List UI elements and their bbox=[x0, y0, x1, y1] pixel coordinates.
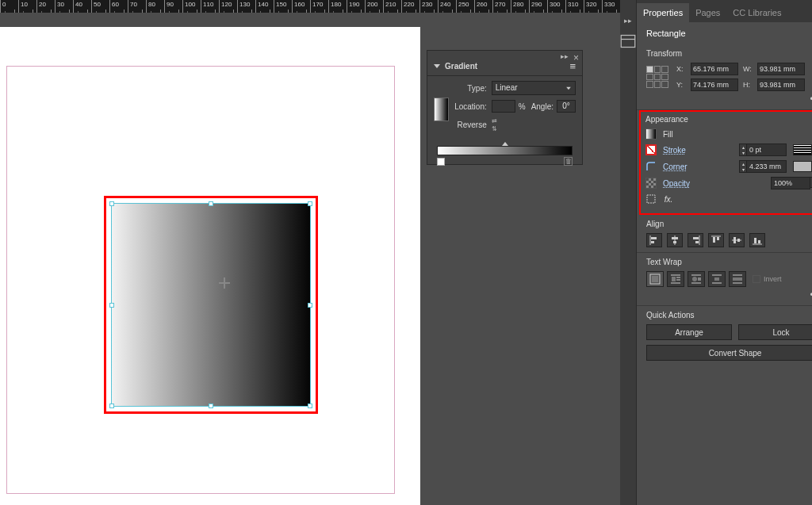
wrap-none-button[interactable] bbox=[646, 271, 664, 287]
svg-rect-33 bbox=[714, 277, 719, 281]
type-label: Type: bbox=[452, 84, 487, 93]
svg-point-28 bbox=[692, 277, 697, 281]
transform-section: Transform X: 65.176 mm W: 93.981 mm Y: 7… bbox=[637, 44, 812, 110]
wrap-jump-button[interactable] bbox=[708, 271, 726, 287]
opacity-input[interactable]: 100% bbox=[771, 177, 810, 189]
location-label: Location: bbox=[452, 102, 487, 111]
svg-rect-23 bbox=[672, 277, 676, 281]
svg-rect-22 bbox=[652, 276, 658, 282]
stroke-swatch-icon[interactable] bbox=[645, 144, 657, 155]
canvas-area[interactable] bbox=[0, 13, 420, 505]
svg-rect-13 bbox=[713, 237, 715, 243]
align-vcenter-button[interactable] bbox=[729, 233, 745, 247]
arrange-button[interactable]: Arrange bbox=[646, 324, 732, 340]
fill-swatch-icon[interactable] bbox=[645, 128, 657, 140]
angle-input[interactable]: 0° bbox=[557, 100, 576, 113]
document-page[interactable] bbox=[0, 27, 420, 505]
gradient-preview-swatch[interactable] bbox=[434, 98, 449, 121]
dock-double-arrow-icon[interactable]: ▸▸ bbox=[620, 14, 636, 27]
panel-collapse-icon[interactable]: ▸▸ bbox=[561, 52, 569, 63]
svg-rect-7 bbox=[672, 237, 678, 239]
svg-rect-20 bbox=[758, 240, 760, 243]
tab-pages[interactable]: Pages bbox=[689, 3, 726, 22]
convert-shape-button[interactable]: Convert Shape bbox=[646, 345, 812, 361]
svg-rect-4 bbox=[651, 237, 657, 239]
delete-stop-icon[interactable]: 🗑 bbox=[564, 157, 573, 166]
svg-rect-36 bbox=[733, 277, 742, 281]
gradient-stop-left[interactable] bbox=[437, 158, 445, 166]
svg-rect-0 bbox=[621, 36, 635, 48]
y-label: Y: bbox=[676, 81, 686, 89]
align-top-button[interactable] bbox=[708, 233, 724, 247]
resize-handle-br[interactable] bbox=[308, 404, 312, 408]
percent-label: % bbox=[519, 102, 526, 111]
gradient-panel[interactable]: ▸▸ × Gradient ≡ Type: Linear Location: bbox=[427, 50, 583, 165]
resize-handle-tc[interactable] bbox=[209, 201, 213, 206]
panel-close-icon[interactable]: × bbox=[573, 52, 579, 63]
gradient-ramp[interactable] bbox=[437, 146, 573, 155]
wrap-more-icon[interactable]: ••• bbox=[646, 289, 812, 300]
properties-panel: Properties Pages CC Libraries Rectangle … bbox=[637, 0, 812, 505]
resize-handle-tl[interactable] bbox=[109, 201, 114, 206]
selected-rectangle-shape[interactable] bbox=[111, 203, 311, 407]
fx-icon[interactable]: fx. bbox=[663, 193, 674, 205]
tab-cc-libraries[interactable]: CC Libraries bbox=[726, 3, 787, 22]
resize-handle-tr[interactable] bbox=[308, 201, 312, 206]
h-input[interactable]: 93.981 mm bbox=[757, 78, 805, 91]
dock-properties-icon[interactable] bbox=[620, 35, 636, 48]
align-bottom-button[interactable] bbox=[749, 233, 765, 247]
x-input[interactable]: 65.176 mm bbox=[691, 63, 738, 75]
selected-object-type: Rectangle bbox=[637, 22, 812, 44]
panel-disclosure-icon[interactable] bbox=[434, 64, 440, 68]
text-wrap-title: Text Wrap bbox=[646, 258, 812, 266]
reverse-gradient-button[interactable]: ⇄⇅ bbox=[492, 117, 497, 132]
lock-button[interactable]: Lock bbox=[738, 324, 812, 340]
transform-more-icon[interactable]: ••• bbox=[646, 94, 812, 105]
checkbox-icon[interactable] bbox=[753, 275, 760, 283]
svg-rect-5 bbox=[651, 241, 654, 243]
align-left-button[interactable] bbox=[646, 233, 662, 247]
gradient-panel-title: Gradient bbox=[445, 62, 477, 71]
svg-rect-8 bbox=[673, 241, 676, 243]
wrap-shape-button[interactable] bbox=[688, 271, 705, 287]
stroke-weight-stepper[interactable]: ▴▾ 0 pt bbox=[739, 143, 787, 156]
panel-dock-strip[interactable]: ▸▸ bbox=[620, 0, 637, 505]
y-input[interactable]: 74.176 mm bbox=[691, 78, 738, 91]
resize-handle-ml[interactable] bbox=[109, 303, 114, 308]
angle-label: Angle: bbox=[531, 102, 553, 111]
resize-handle-bc[interactable] bbox=[209, 404, 213, 408]
resize-handle-mr[interactable] bbox=[308, 303, 312, 308]
resize-handle-bl[interactable] bbox=[109, 404, 114, 408]
text-wrap-section: Text Wrap Invert ••• bbox=[637, 253, 812, 306]
svg-rect-11 bbox=[695, 241, 699, 243]
location-input[interactable] bbox=[492, 100, 515, 113]
reverse-label: Reverse bbox=[452, 121, 487, 129]
align-right-button[interactable] bbox=[688, 233, 703, 247]
stroke-label[interactable]: Stroke bbox=[663, 146, 686, 155]
stroke-style-swatch[interactable] bbox=[793, 144, 812, 155]
tab-properties[interactable]: Properties bbox=[637, 3, 689, 22]
reference-point-selector[interactable] bbox=[646, 66, 668, 88]
corner-shape-swatch[interactable] bbox=[793, 161, 812, 172]
wrap-bounding-button[interactable] bbox=[667, 271, 684, 287]
fill-label[interactable]: Fill bbox=[663, 130, 673, 139]
opacity-label[interactable]: Opacity bbox=[663, 179, 690, 188]
panel-tabs: Properties Pages CC Libraries bbox=[637, 0, 812, 22]
opacity-swatch-icon[interactable] bbox=[645, 178, 657, 189]
wrap-column-button[interactable] bbox=[729, 271, 746, 287]
corner-radius-stepper[interactable]: ▴▾ 4.233 mm bbox=[739, 160, 787, 173]
horizontal-ruler: 0102030405060708090100110120130140150160… bbox=[0, 0, 620, 13]
corner-icon[interactable] bbox=[645, 161, 657, 172]
transform-title: Transform bbox=[646, 49, 812, 58]
effects-frame-icon[interactable] bbox=[645, 193, 657, 205]
wrap-invert-toggle[interactable]: Invert bbox=[753, 275, 782, 283]
h-label: H: bbox=[743, 81, 753, 89]
svg-rect-19 bbox=[754, 238, 756, 243]
w-input[interactable]: 93.981 mm bbox=[757, 63, 805, 75]
corner-label[interactable]: Corner bbox=[663, 163, 688, 171]
appearance-section: Appearance Fill Stroke ▴▾ 0 pt bbox=[639, 110, 812, 215]
gradient-type-dropdown[interactable]: Linear bbox=[492, 81, 576, 95]
svg-rect-2 bbox=[647, 195, 655, 203]
quick-actions-section: Quick Actions Arrange Lock Convert Shape bbox=[637, 306, 812, 367]
align-hcenter-button[interactable] bbox=[667, 233, 683, 247]
